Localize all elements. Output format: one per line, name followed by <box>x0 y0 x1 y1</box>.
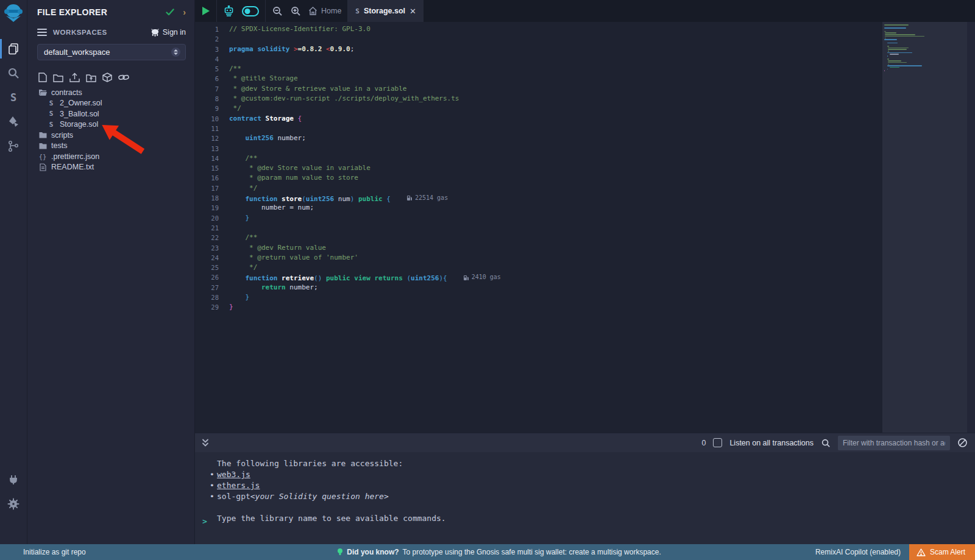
terminal-prompt[interactable]: > <box>202 517 207 526</box>
remix-logo[interactable] <box>4 4 23 23</box>
listen-all-transactions-checkbox[interactable] <box>713 438 722 447</box>
line-number[interactable]: 3 <box>195 44 229 54</box>
line-number[interactable]: 14 <box>195 154 229 163</box>
line-number[interactable]: 27 <box>195 283 229 292</box>
file-tree-item-tests[interactable]: tests <box>27 141 194 152</box>
workspace-select[interactable]: default_workspace <box>37 44 186 60</box>
code-line[interactable]: 5/** <box>195 64 882 74</box>
line-number[interactable]: 5 <box>195 64 229 74</box>
code-line[interactable]: 2 <box>195 34 882 44</box>
run-script-button[interactable] <box>201 6 210 16</box>
line-number[interactable]: 24 <box>195 253 229 263</box>
scam-alert-button[interactable]: Scam Alert <box>909 544 975 560</box>
file-tree-item-3-ballot-sol[interactable]: S3_Ballot.sol <box>27 108 194 119</box>
code-line[interactable]: 19 number = num; <box>195 203 882 213</box>
line-number[interactable]: 6 <box>195 74 229 83</box>
sidebar-item-file-explorer[interactable] <box>0 37 27 61</box>
line-number[interactable]: 13 <box>195 144 229 154</box>
line-number[interactable]: 2 <box>195 34 229 44</box>
code-line[interactable]: 6 * @title Storage <box>195 74 882 83</box>
code-line[interactable]: 22 /** <box>195 233 882 243</box>
line-number[interactable]: 7 <box>195 84 229 94</box>
upload-file-icon[interactable] <box>69 73 80 82</box>
upload-folder-icon[interactable] <box>86 73 96 82</box>
code-line[interactable]: 24 * @return value of 'number' <box>195 253 882 263</box>
file-tree-item--prettierrc-json[interactable]: {}.prettierrc.json <box>27 151 194 162</box>
minimap[interactable] <box>884 24 943 72</box>
line-number[interactable]: 25 <box>195 263 229 272</box>
code-line[interactable]: 14 /** <box>195 154 882 163</box>
ai-copilot-robot-icon[interactable] <box>223 5 235 17</box>
code-lines[interactable]: 1// SPDX-License-Identifier: GPL-3.023pr… <box>195 22 882 433</box>
sidebar-item-settings[interactable] <box>0 492 27 516</box>
create-folder-icon[interactable] <box>53 73 63 82</box>
tab-storage-sol[interactable]: S Storage.sol ✕ <box>348 0 424 22</box>
line-number[interactable]: 17 <box>195 183 229 193</box>
code-line[interactable]: 16 * @param num value to store <box>195 173 882 183</box>
code-editor[interactable]: 1// SPDX-License-Identifier: GPL-3.023pr… <box>195 22 975 433</box>
code-line[interactable]: 25 */ <box>195 263 882 272</box>
zoom-in-icon[interactable] <box>290 5 301 16</box>
sidebar-item-search[interactable] <box>0 61 27 85</box>
code-line[interactable]: 12 uint256 number; <box>195 133 882 143</box>
file-tree-item-readme-txt[interactable]: README.txt <box>27 162 194 173</box>
code-line[interactable]: 9 */ <box>195 104 882 113</box>
library-link[interactable]: web3.js <box>217 469 250 480</box>
clear-console-icon[interactable] <box>957 438 968 448</box>
file-tree-item-2-owner-sol[interactable]: S2_Owner.sol <box>27 98 194 109</box>
line-number[interactable]: 8 <box>195 94 229 104</box>
code-line[interactable]: 13 <box>195 144 882 154</box>
line-number[interactable]: 12 <box>195 133 229 143</box>
code-line[interactable]: 17 */ <box>195 183 882 193</box>
line-number[interactable]: 11 <box>195 124 229 133</box>
code-line[interactable]: 20 } <box>195 213 882 223</box>
library-link[interactable]: ethers.js <box>217 480 260 491</box>
line-number[interactable]: 22 <box>195 233 229 243</box>
code-line[interactable]: 18 function store(uint256 num) public {2… <box>195 193 882 203</box>
line-number[interactable]: 4 <box>195 54 229 64</box>
code-line[interactable]: 28 } <box>195 292 882 302</box>
panel-expand-chevron[interactable]: › <box>183 7 186 17</box>
sidebar-item-plugin-manager[interactable] <box>0 467 27 492</box>
line-number[interactable]: 28 <box>195 292 229 302</box>
copilot-toggle[interactable] <box>242 6 259 16</box>
minimap-column[interactable] <box>882 22 975 433</box>
code-line[interactable]: 1// SPDX-License-Identifier: GPL-3.0 <box>195 24 882 34</box>
workspaces-menu-icon[interactable] <box>37 27 47 38</box>
terminal-search-icon[interactable] <box>821 438 831 448</box>
code-line[interactable]: 4 <box>195 54 882 64</box>
line-number[interactable]: 1 <box>195 24 229 34</box>
home-tab[interactable]: Home <box>308 7 341 15</box>
line-number[interactable]: 20 <box>195 213 229 223</box>
code-line[interactable]: 11 <box>195 124 882 133</box>
line-number[interactable]: 16 <box>195 173 229 183</box>
line-number[interactable]: 26 <box>195 272 229 282</box>
sidebar-item-solidity-compiler[interactable]: S <box>0 85 27 110</box>
code-line[interactable]: 15 * @dev Store value in variable <box>195 163 882 173</box>
code-line[interactable]: 27 return number; <box>195 283 882 292</box>
code-line[interactable]: 23 * @dev Return value <box>195 243 882 253</box>
line-number[interactable]: 29 <box>195 302 229 312</box>
line-number[interactable]: 23 <box>195 243 229 253</box>
terminal-output[interactable]: The following libraries are accessible: … <box>195 452 975 544</box>
sidebar-item-git[interactable] <box>0 134 27 158</box>
code-line[interactable]: 3pragma solidity >=0.8.2 <0.9.0; <box>195 44 882 54</box>
sidebar-item-deploy-and-run[interactable] <box>0 110 27 134</box>
tab-close-icon[interactable]: ✕ <box>410 7 416 16</box>
line-number[interactable]: 9 <box>195 104 229 113</box>
git-init-button[interactable]: Initialize as git repo <box>0 548 337 556</box>
zoom-out-icon[interactable] <box>272 5 283 16</box>
copilot-status[interactable]: RemixAI Copilot (enabled) <box>815 548 901 556</box>
transaction-filter-input[interactable] <box>838 436 950 450</box>
github-sign-in-button[interactable]: Sign in <box>151 28 186 37</box>
code-line[interactable]: 29} <box>195 302 882 312</box>
line-number[interactable]: 21 <box>195 223 229 233</box>
file-tree-item-contracts[interactable]: contracts <box>27 87 194 98</box>
line-number[interactable]: 18 <box>195 193 229 203</box>
terminal-expand-icon[interactable] <box>201 438 210 447</box>
code-line[interactable]: 10contract Storage { <box>195 114 882 124</box>
link-icon[interactable] <box>118 73 129 82</box>
publish-box-icon[interactable] <box>102 73 112 82</box>
code-line[interactable]: 8 * @custom:dev-run-script ./scripts/dep… <box>195 94 882 104</box>
line-number[interactable]: 19 <box>195 203 229 213</box>
